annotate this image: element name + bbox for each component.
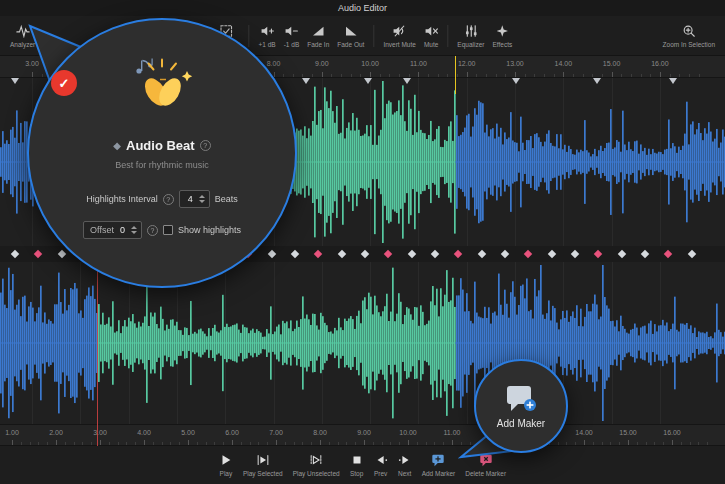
ruler-tick — [144, 440, 145, 445]
button-label: Play Selected — [243, 470, 283, 477]
ruler-tick-minor — [30, 442, 31, 445]
timeline-ruler-bottom[interactable]: 1.002.003.004.005.006.007.008.009.0010.0… — [0, 424, 725, 446]
ruler-tick-minor — [487, 442, 488, 445]
ruler-tick-minor — [478, 442, 479, 445]
fade-out-button[interactable]: Fade Out — [333, 21, 368, 51]
diamond-icon: ◆ — [113, 140, 121, 151]
ruler-tick-minor — [534, 74, 535, 77]
beat-marker[interactable] — [571, 250, 579, 258]
ruler-tick-minor — [698, 442, 699, 445]
beat-marker[interactable] — [361, 250, 369, 258]
ruler-tick — [452, 440, 453, 445]
ruler-tick — [56, 440, 57, 445]
ruler-tick-minor — [373, 442, 374, 445]
ruler-tick — [322, 72, 323, 77]
ruler-tick-minor — [285, 442, 286, 445]
ruler-tick-minor — [346, 442, 347, 445]
beat-marker[interactable] — [291, 250, 299, 258]
beat-marker[interactable] — [501, 250, 509, 258]
invert-mute-button[interactable]: Invert Mute — [379, 21, 420, 51]
playhead-yellow[interactable] — [455, 56, 456, 94]
delete-marker-button[interactable]: Delete Marker — [461, 450, 510, 480]
fade-in-button[interactable]: Fade In — [303, 21, 333, 51]
beat-marker[interactable] — [454, 250, 462, 258]
beat-marker[interactable] — [58, 250, 66, 258]
ruler-tick-minor — [438, 74, 439, 77]
stop-button[interactable]: Stop — [346, 450, 368, 480]
button-label: Fade In — [307, 41, 329, 48]
analyzer-button[interactable]: Analyzer — [6, 21, 39, 51]
beat-marker[interactable] — [408, 250, 416, 258]
beat-marker[interactable] — [431, 250, 439, 258]
marker-triangle[interactable] — [11, 78, 19, 84]
beat-marker[interactable] — [338, 250, 346, 258]
ruler-tick-minor — [360, 74, 361, 77]
toolbar-center-group: Select All+1 dB-1 dBFade InFade OutInver… — [209, 16, 516, 55]
spinner-arrows-icon[interactable] — [199, 195, 205, 203]
audio-beat-help-icon[interactable]: ? — [200, 140, 211, 151]
ruler-tick — [100, 440, 101, 445]
play-unselected-button[interactable]: Play Unselected — [289, 450, 344, 480]
ruler-tick-minor — [583, 74, 584, 77]
beat-marker[interactable] — [314, 250, 322, 258]
fade-in-icon — [311, 24, 325, 38]
marker-triangle[interactable] — [302, 78, 310, 84]
ruler-tick-minor — [250, 442, 251, 445]
beat-marker[interactable] — [34, 250, 42, 258]
waveform-channel-2[interactable] — [0, 262, 725, 424]
marker-triangle[interactable] — [403, 78, 411, 84]
stop-icon — [350, 453, 364, 467]
mute-button[interactable]: Mute — [420, 21, 442, 51]
equalizer-icon — [464, 24, 478, 38]
interval-spinner[interactable]: 4 — [179, 190, 210, 208]
ruler-tick — [584, 440, 585, 445]
ruler-tick-minor — [74, 442, 75, 445]
marker-triangle[interactable] — [512, 78, 520, 84]
add-marker-big-icon — [505, 383, 537, 413]
beat-marker[interactable] — [688, 250, 696, 258]
offset-spinner[interactable]: Offset 0 — [83, 221, 142, 239]
spinner-arrows-icon[interactable] — [131, 226, 137, 234]
beat-marker[interactable] — [268, 250, 276, 258]
play-selected-button[interactable]: Play Selected — [239, 450, 287, 480]
ruler-tick-minor — [417, 442, 418, 445]
beat-marker[interactable] — [664, 250, 672, 258]
show-highlights-checkbox[interactable] — [163, 225, 173, 235]
ruler-tick-minor — [399, 74, 400, 77]
ruler-tick-minor — [592, 74, 593, 77]
ruler-tick-minor — [434, 442, 435, 445]
beat-marker[interactable] — [524, 250, 532, 258]
ruler-tick-minor — [654, 442, 655, 445]
beat-marker[interactable] — [548, 250, 556, 258]
marker-triangle[interactable] — [593, 78, 601, 84]
interval-help-icon[interactable]: ? — [163, 194, 174, 205]
ruler-label: 14.00 — [575, 429, 593, 436]
ruler-tick-minor — [461, 442, 462, 445]
equalizer-button[interactable]: Equalizer — [453, 21, 488, 51]
beat-marker[interactable] — [384, 250, 392, 258]
add-marker-button[interactable]: Add Marker — [418, 450, 460, 480]
prev-button[interactable]: Prev — [370, 450, 392, 480]
play-unselected-icon — [309, 453, 323, 467]
zoom-in-selection-button[interactable]: Zoom In Selection — [659, 21, 719, 51]
effects-button[interactable]: Effects — [488, 21, 516, 51]
prev-icon — [374, 453, 388, 467]
play-selected-icon — [256, 453, 270, 467]
marker-triangle[interactable] — [669, 78, 677, 84]
ruler-tick-minor — [575, 442, 576, 445]
1-db-button[interactable]: -1 dB — [280, 21, 304, 51]
beat-marker[interactable] — [594, 250, 602, 258]
next-button[interactable]: Next — [394, 450, 416, 480]
marker-triangle[interactable] — [364, 78, 372, 84]
offset-help-icon[interactable]: ? — [147, 225, 158, 236]
beat-marker[interactable] — [618, 250, 626, 258]
beat-marker[interactable] — [641, 250, 649, 258]
beat-marker[interactable] — [478, 250, 486, 258]
ruler-tick-minor — [447, 74, 448, 77]
play-button[interactable]: Play — [215, 450, 237, 480]
ruler-tick-minor — [621, 74, 622, 77]
interval-label: Highlights Interval — [86, 194, 158, 204]
ruler-tick-minor — [126, 442, 127, 445]
1-db-button[interactable]: +1 dB — [255, 21, 280, 51]
beat-marker[interactable] — [11, 250, 19, 258]
